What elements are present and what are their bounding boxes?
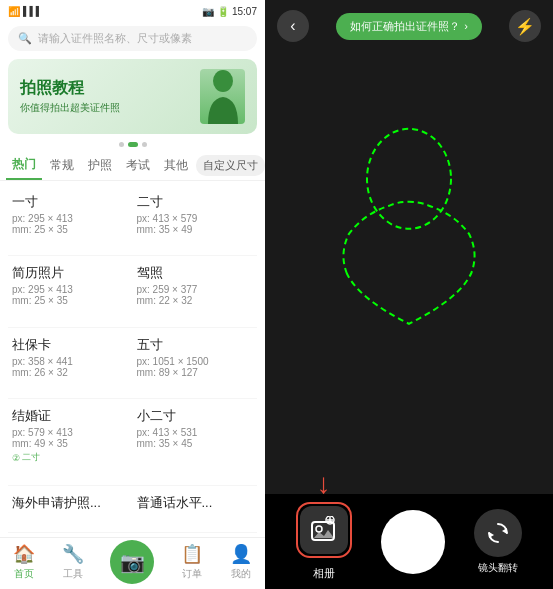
photo-name: 小二寸: [137, 407, 254, 425]
tab-hot[interactable]: 热门: [6, 151, 42, 180]
guide-arrow-icon: ›: [464, 20, 468, 32]
camera-view: ‹ 如何正确拍出证件照？ › ⚡: [265, 0, 553, 494]
search-bar[interactable]: 🔍 请输入证件照名称、尺寸或像素: [8, 26, 257, 51]
photo-name: 社保卡: [12, 336, 129, 354]
time-display: 15:07: [232, 6, 257, 17]
photo-item-license[interactable]: 驾照 px: 259 × 377 mm: 22 × 32: [133, 256, 258, 327]
signal-strength: ▌▌▌: [23, 6, 42, 16]
profile-icon: 👤: [230, 543, 252, 565]
nav-tools[interactable]: 🔧 工具: [62, 543, 84, 581]
photo-name: 结婚证: [12, 407, 129, 425]
nav-profile[interactable]: 👤 我的: [230, 543, 252, 581]
photo-item-overseas[interactable]: 海外申请护照...: [8, 486, 133, 533]
tab-other[interactable]: 其他: [158, 152, 194, 179]
carrier-signal: 📶: [8, 6, 20, 17]
rotate-svg-icon: [485, 520, 511, 546]
photo-px: px: 295 × 413: [12, 213, 129, 224]
photo-item-resume[interactable]: 简历照片 px: 295 × 413 mm: 25 × 35: [8, 256, 133, 327]
tab-custom-size[interactable]: 自定义尺寸: [196, 155, 265, 176]
guide-label: 如何正确拍出证件照？: [350, 19, 460, 34]
tools-icon: 🔧: [62, 543, 84, 565]
photo-px: px: 358 × 441: [12, 356, 129, 367]
status-right: 📷 🔋 15:07: [202, 6, 257, 17]
flash-icon: ⚡: [515, 17, 535, 36]
nav-orders[interactable]: 📋 订单: [181, 543, 203, 581]
photo-mm: mm: 35 × 49: [137, 224, 254, 235]
guide-button[interactable]: 如何正确拍出证件照？ ›: [336, 13, 482, 40]
status-left: 📶 ▌▌▌: [8, 6, 42, 17]
camera-bottom-bar: ↓ 相册: [265, 494, 553, 589]
left-panel: 📶 ▌▌▌ 📷 🔋 15:07 🔍 请输入证件照名称、尺寸或像素 拍照教程 你值…: [0, 0, 265, 589]
photo-item-social[interactable]: 社保卡 px: 358 × 441 mm: 26 × 32: [8, 328, 133, 399]
promo-banner[interactable]: 拍照教程 你值得拍出超美证件照: [8, 59, 257, 134]
photo-px: px: 259 × 377: [137, 284, 254, 295]
album-button-highlight[interactable]: [296, 502, 352, 558]
photo-name: 海外申请护照...: [12, 494, 129, 512]
banner-text: 拍照教程 你值得拍出超美证件照: [20, 78, 120, 115]
rotate-icon-circle[interactable]: [474, 509, 522, 557]
camera-center-button[interactable]: 📷: [110, 540, 154, 584]
album-svg-icon: [310, 516, 338, 544]
photo-px: px: 295 × 413: [12, 284, 129, 295]
shutter-button[interactable]: [381, 510, 445, 574]
dot-2: [128, 142, 138, 147]
photo-item-putonghua[interactable]: 普通话水平...: [133, 486, 258, 533]
banner-subtitle: 你值得拍出超美证件照: [20, 101, 120, 115]
photo-mm: mm: 25 × 35: [12, 224, 129, 235]
tab-regular[interactable]: 常规: [44, 152, 80, 179]
photo-item-wucun[interactable]: 五寸 px: 1051 × 1500 mm: 89 × 127: [133, 328, 258, 399]
status-bar: 📶 ▌▌▌ 📷 🔋 15:07: [0, 0, 265, 22]
rotate-button[interactable]: 镜头翻转: [474, 509, 522, 575]
banner-person-image: [200, 69, 245, 124]
album-button-container[interactable]: ↓ 相册: [296, 502, 352, 581]
photo-grid: 一寸 px: 295 × 413 mm: 25 × 35 二寸 px: 413 …: [0, 181, 265, 537]
search-icon: 🔍: [18, 32, 32, 45]
home-icon: 🏠: [13, 543, 35, 565]
photo-name: 驾照: [137, 264, 254, 282]
photo-item-marriage[interactable]: 结婚证 px: 579 × 413 mm: 49 × 35 ② 二寸: [8, 399, 133, 485]
photo-item-yicun[interactable]: 一寸 px: 295 × 413 mm: 25 × 35: [8, 185, 133, 256]
photo-name: 简历照片: [12, 264, 129, 282]
svg-point-1: [367, 129, 451, 229]
nav-tools-label: 工具: [63, 567, 83, 581]
bottom-nav: 🏠 首页 🔧 工具 📷 📋 订单 👤 我的: [0, 537, 265, 589]
svg-point-0: [213, 70, 233, 92]
right-panel: ‹ 如何正确拍出证件照？ › ⚡ ↓: [265, 0, 553, 589]
person-outline-guide: [329, 124, 489, 348]
photo-mm: mm: 25 × 35: [12, 295, 129, 306]
photo-item-xiaocun[interactable]: 小二寸 px: 413 × 531 mm: 35 × 45: [133, 399, 258, 485]
red-arrow-icon: ↓: [317, 468, 331, 500]
search-placeholder: 请输入证件照名称、尺寸或像素: [38, 31, 192, 46]
battery-icon: 🔋: [217, 6, 229, 17]
photo-mm: mm: 49 × 35: [12, 438, 129, 449]
tab-passport[interactable]: 护照: [82, 152, 118, 179]
tab-exam[interactable]: 考试: [120, 152, 156, 179]
photo-mm: mm: 89 × 127: [137, 367, 254, 378]
photo-px: px: 413 × 579: [137, 213, 254, 224]
rotate-label: 镜头翻转: [478, 561, 518, 575]
album-icon-circle[interactable]: [300, 506, 348, 554]
photo-name: 二寸: [137, 193, 254, 211]
photo-mm: mm: 35 × 45: [137, 438, 254, 449]
photo-tag: ② 二寸: [12, 451, 129, 464]
nav-profile-label: 我的: [231, 567, 251, 581]
svg-point-3: [316, 526, 322, 532]
back-icon: ‹: [290, 17, 295, 35]
dot-1: [119, 142, 124, 147]
nav-home-label: 首页: [14, 567, 34, 581]
photo-px: px: 413 × 531: [137, 427, 254, 438]
banner-dots: [0, 142, 265, 147]
photo-px: px: 1051 × 1500: [137, 356, 254, 367]
person-outline-svg: [329, 124, 489, 344]
back-button[interactable]: ‹: [277, 10, 309, 42]
nav-home[interactable]: 🏠 首页: [13, 543, 35, 581]
flash-button[interactable]: ⚡: [509, 10, 541, 42]
nav-camera[interactable]: 📷: [110, 540, 154, 584]
photo-item-ercun[interactable]: 二寸 px: 413 × 579 mm: 35 × 49: [133, 185, 258, 256]
nav-orders-label: 订单: [182, 567, 202, 581]
image-icon: 📷: [202, 6, 214, 17]
shutter-circle[interactable]: [381, 510, 445, 574]
photo-name: 普通话水平...: [137, 494, 254, 512]
photo-name: 五寸: [137, 336, 254, 354]
camera-icon: 📷: [120, 550, 145, 574]
